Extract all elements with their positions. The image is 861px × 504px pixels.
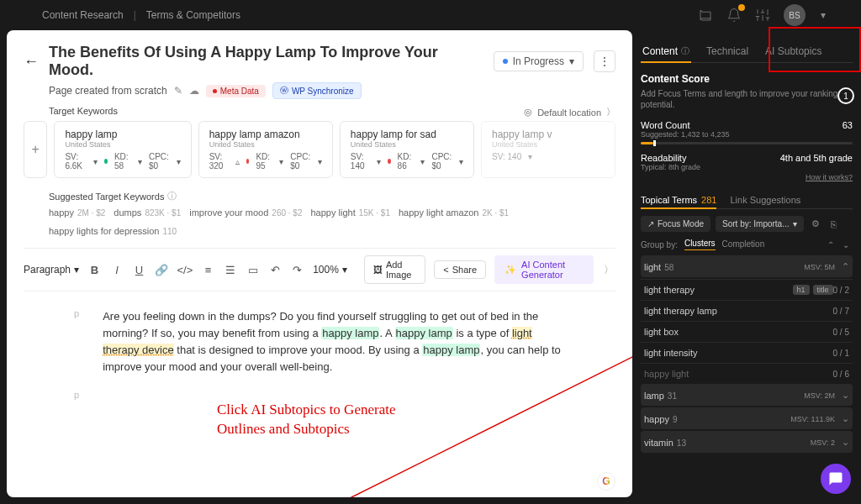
- export-icon[interactable]: ⎘: [827, 219, 841, 229]
- term-group[interactable]: happy9MSV: 111.9K⌄: [641, 407, 853, 429]
- google-icon[interactable]: G: [597, 472, 615, 491]
- keyword-loc: United States: [351, 140, 463, 149]
- content-area[interactable]: p Are you feeling down in the dumps? Do …: [24, 291, 615, 400]
- sort-dropdown[interactable]: Sort by: Importa... ▾: [716, 216, 803, 232]
- term-row[interactable]: light therapyh1title0 / 2: [641, 279, 853, 300]
- status-dot: [503, 59, 508, 64]
- suggested-keyword[interactable]: happy light15K · $1: [311, 207, 390, 218]
- suggested-keyword[interactable]: happy2M · $2: [49, 207, 105, 218]
- page-title: The Benefits Of Using A Happy Lamp To Im…: [49, 44, 483, 79]
- topbar: Content Research | Terms & Competitors B…: [0, 0, 861, 30]
- keyword-name: happy lamp v: [492, 129, 605, 140]
- term-group[interactable]: lamp31MSV: 2M⌄: [641, 384, 853, 406]
- bell-icon[interactable]: [726, 8, 742, 23]
- tab-topical-terms[interactable]: Topical Terms 281: [641, 192, 716, 208]
- gear-icon[interactable]: ⚙: [809, 218, 822, 229]
- word-count-value: 63: [843, 120, 853, 130]
- link-button[interactable]: 🔗: [155, 260, 169, 279]
- focus-mode-button[interactable]: ↗ Focus Mode: [641, 216, 710, 232]
- keyword-card[interactable]: happy lamp v United States SV: 140▾: [481, 121, 615, 178]
- term-group[interactable]: light58MSV: 5M⌃: [641, 255, 853, 277]
- zoom-select[interactable]: 100% ▾: [313, 264, 347, 276]
- keyword-loc: United States: [492, 140, 605, 149]
- ordered-list-button[interactable]: ≡: [201, 260, 215, 279]
- editor-pane: ← The Benefits Of Using A Happy Lamp To …: [7, 30, 632, 497]
- settings-icon[interactable]: [755, 8, 770, 23]
- add-keyword-button[interactable]: +: [24, 121, 47, 178]
- status-label: In Progress: [513, 55, 564, 67]
- tab-content[interactable]: Content ⓘ: [641, 40, 691, 62]
- keyword-cards: + happy lamp United States SV: 6.6K▾ KD:…: [24, 121, 615, 178]
- tab-ai-subtopics[interactable]: AI Subtopics: [763, 40, 823, 62]
- term-row[interactable]: light therapy lamp0 / 7: [641, 300, 853, 321]
- back-button[interactable]: ←: [24, 53, 39, 71]
- underline-button[interactable]: U: [132, 260, 146, 279]
- chevron-down-icon: ⌄: [842, 390, 849, 401]
- breadcrumb-item[interactable]: Content Research: [42, 9, 124, 21]
- add-image-button[interactable]: 🖼 Add Image: [364, 255, 425, 284]
- score-badge: 1: [837, 87, 854, 104]
- term-row[interactable]: light box0 / 5: [641, 321, 853, 342]
- cloud-icon[interactable]: ☁: [189, 85, 199, 97]
- readability-sub: Typical: 8th grade: [641, 163, 700, 171]
- group-completion[interactable]: Completion: [722, 239, 765, 250]
- undo-button[interactable]: ↶: [268, 260, 283, 279]
- suggested-keyword[interactable]: happy lights for depression110: [49, 226, 177, 236]
- group-by-label: Group by:: [641, 240, 678, 249]
- keyword-name: happy lamp: [65, 129, 180, 140]
- keyword-name: happy lamp amazon: [209, 129, 322, 140]
- word-count-sub: Suggested: 1,432 to 4,235: [641, 130, 730, 139]
- tab-technical[interactable]: Technical: [705, 40, 750, 62]
- status-dropdown[interactable]: In Progress ▾: [494, 51, 584, 71]
- term-row[interactable]: light intensity0 / 1: [641, 342, 853, 363]
- chevron-right-icon[interactable]: 〉: [602, 263, 615, 277]
- terms-controls: ↗ Focus Mode Sort by: Importa... ▾ ⚙ ⎘: [641, 216, 853, 232]
- para-tag: p: [74, 308, 79, 376]
- term-row[interactable]: happy light0 / 6: [641, 363, 853, 384]
- edit-icon[interactable]: ✎: [174, 85, 182, 97]
- group-clusters[interactable]: Clusters: [684, 239, 716, 250]
- keyword-card[interactable]: happy lamp amazon United States SV: 320▵…: [198, 121, 333, 178]
- term-group[interactable]: vitamin13MSV: 2⌄: [641, 431, 853, 453]
- location-selector[interactable]: ◎ Default location 〉: [524, 106, 615, 118]
- suggested-keyword[interactable]: dumps823K · $1: [114, 207, 181, 218]
- wp-sync-button[interactable]: ⓦWP Synchronize: [272, 82, 362, 99]
- library-icon[interactable]: [698, 8, 713, 23]
- share-button[interactable]: <Share: [434, 260, 486, 279]
- keyword-card[interactable]: happy lamp United States SV: 6.6K▾ KD: 5…: [54, 121, 191, 178]
- keyword-loc: United States: [209, 140, 322, 149]
- more-button[interactable]: ⋮: [594, 50, 615, 72]
- sidebar-tabs: Content ⓘ Technical AI Subtopics: [641, 40, 853, 63]
- topbar-actions: BS ▾: [698, 4, 827, 26]
- suggested-keyword[interactable]: happy light amazon2K · $1: [399, 207, 509, 218]
- quote-button[interactable]: ▭: [246, 260, 260, 279]
- keyword-name: happy lamp for sad: [351, 129, 463, 140]
- paragraph-text[interactable]: Are you feeling down in the dumps? Do yo…: [103, 308, 565, 376]
- meta-data-button[interactable]: Meta Data: [206, 85, 266, 97]
- ai-content-generator-button[interactable]: ✨ AI Content Generator: [494, 255, 594, 284]
- expand-all-icon[interactable]: ⌄: [839, 240, 853, 249]
- code-button[interactable]: </>: [177, 260, 193, 279]
- collapse-all-icon[interactable]: ⌃: [824, 240, 837, 249]
- chat-fab[interactable]: [821, 464, 851, 494]
- unordered-list-button[interactable]: ☰: [224, 260, 238, 279]
- redo-button[interactable]: ↷: [291, 260, 305, 279]
- chevron-down-icon: ▾: [569, 55, 574, 67]
- block-type-select[interactable]: Paragraph ▾: [24, 264, 79, 276]
- suggested-keyword[interactable]: improve your mood260 · $2: [189, 207, 302, 218]
- suggested-keywords-label: Suggested Target Keywords ⓘ: [49, 190, 615, 202]
- italic-button[interactable]: I: [110, 260, 124, 279]
- word-count-label: Word Count: [641, 120, 730, 130]
- breadcrumb-item[interactable]: Terms & Competitors: [146, 9, 240, 21]
- target-keywords-label: Target Keywords ◎ Default location 〉: [49, 106, 615, 116]
- bold-button[interactable]: B: [87, 260, 102, 279]
- how-it-works-link[interactable]: How it works?: [641, 173, 853, 181]
- tab-link-suggestions[interactable]: Link Suggestions: [730, 192, 800, 208]
- keyword-card[interactable]: happy lamp for sad United States SV: 140…: [340, 121, 474, 178]
- content-score-label: Content Score: [641, 73, 853, 85]
- word-count-slider: [641, 142, 853, 144]
- content-score-sub: Add Focus Terms and length to improve yo…: [641, 88, 853, 110]
- avatar[interactable]: BS: [784, 4, 806, 26]
- chevron-down-icon[interactable]: ▾: [819, 8, 827, 23]
- sidebar: Content ⓘ Technical AI Subtopics 1 Conte…: [632, 30, 861, 504]
